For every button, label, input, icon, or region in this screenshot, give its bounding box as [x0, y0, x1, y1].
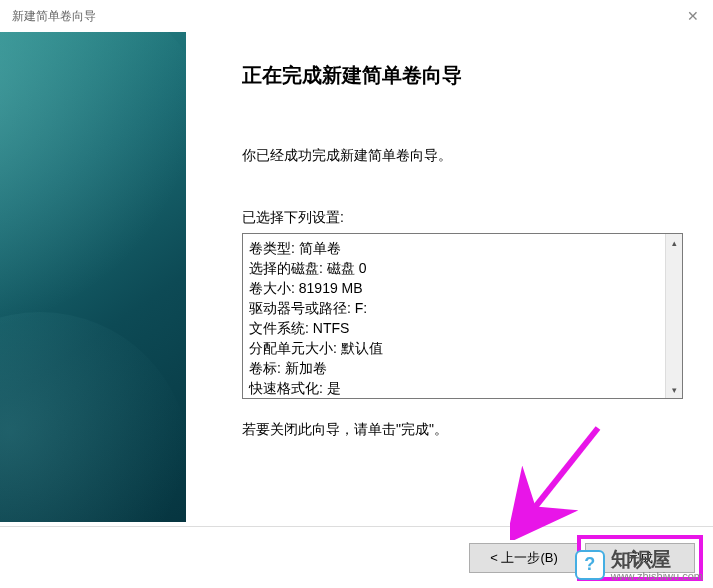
- window-title: 新建简单卷向导: [12, 8, 96, 25]
- scroll-down-icon[interactable]: ▾: [666, 381, 683, 398]
- completion-message: 你已经成功完成新建简单卷向导。: [242, 147, 683, 165]
- wizard-content: 正在完成新建简单卷向导 你已经成功完成新建简单卷向导。 已选择下列设置: 卷类型…: [186, 32, 713, 522]
- settings-label: 已选择下列设置:: [242, 209, 683, 227]
- titlebar: 新建简单卷向导 ✕: [0, 0, 713, 32]
- settings-listbox[interactable]: 卷类型: 简单卷 选择的磁盘: 磁盘 0 卷大小: 81919 MB 驱动器号或…: [242, 233, 683, 399]
- page-title: 正在完成新建简单卷向导: [242, 62, 683, 89]
- watermark: ? 知识屋 www.zhishiwu.com: [575, 548, 703, 582]
- scroll-up-icon[interactable]: ▴: [666, 234, 683, 251]
- watermark-logo-icon: ?: [575, 550, 605, 580]
- wizard-sidebar-image: [0, 32, 186, 522]
- finish-hint: 若要关闭此向导，请单击"完成"。: [242, 421, 683, 439]
- wizard-body: 正在完成新建简单卷向导 你已经成功完成新建简单卷向导。 已选择下列设置: 卷类型…: [0, 32, 713, 522]
- close-icon[interactable]: ✕: [685, 8, 701, 24]
- watermark-name: 知识屋: [611, 548, 703, 570]
- settings-lines: 卷类型: 简单卷 选择的磁盘: 磁盘 0 卷大小: 81919 MB 驱动器号或…: [249, 238, 676, 398]
- scrollbar[interactable]: ▴ ▾: [665, 234, 682, 398]
- watermark-url: www.zhishiwu.com: [611, 570, 703, 582]
- back-button[interactable]: < 上一步(B): [469, 543, 579, 573]
